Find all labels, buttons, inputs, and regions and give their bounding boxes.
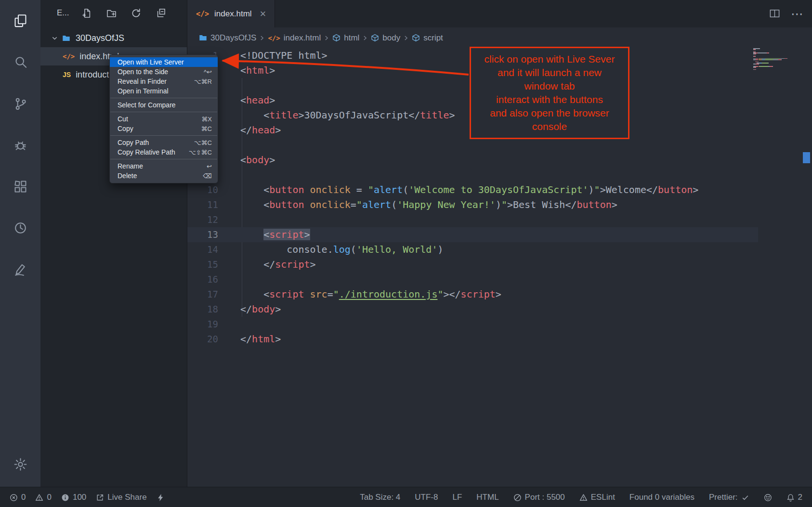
breadcrumb-30daysofjs[interactable]: 30DaysOfJS <box>199 33 256 43</box>
line-number: 14 <box>187 242 218 257</box>
menu-item-cut[interactable]: Cut⌘X <box>110 114 218 124</box>
code-line-16[interactable]: 16 <box>187 272 812 287</box>
menu-item-label: Copy Relative Path <box>118 148 175 156</box>
line-number: 13 <box>187 227 218 242</box>
editor-actions: ⋯ <box>769 0 804 27</box>
code-line-15[interactable]: 15 </script> <box>187 257 812 272</box>
status-port[interactable]: Port : 5500 <box>513 493 565 502</box>
code-line-18[interactable]: 18</body> <box>187 302 812 317</box>
cube-icon <box>332 34 341 42</box>
status-feedback-smiley[interactable] <box>764 494 772 502</box>
breadcrumb-label: body <box>382 33 400 43</box>
menu-item-shortcut: ⌥⌘C <box>194 139 212 146</box>
code-line-9[interactable]: 9 <box>187 168 812 182</box>
status-notifications-bell[interactable]: 2 <box>786 493 802 502</box>
code-line-7[interactable]: 7 <box>187 138 812 153</box>
vscode-window: E... 30DaysOfJS </>index.htmlJSintroduct… <box>0 0 812 507</box>
split-editor-icon[interactable] <box>769 8 780 19</box>
folder-root-30daysofjs[interactable]: 30DaysOfJS <box>40 29 187 47</box>
status-language-mode[interactable]: HTML <box>476 493 498 502</box>
html-file-icon: </> <box>63 52 75 60</box>
extensions-icon <box>13 179 28 194</box>
status-problems-warnings[interactable]: 0 <box>35 493 51 502</box>
menu-item-copy-path[interactable]: Copy Path⌥⌘C <box>110 138 218 147</box>
code-line-17[interactable]: 17 <script src="./introduction.js"></scr… <box>187 287 812 302</box>
status-prettier[interactable]: Prettier: <box>709 493 749 502</box>
breadcrumb-body[interactable]: body <box>371 33 400 43</box>
annotation-box: click on open with Live Severand it will… <box>470 47 629 139</box>
code-line-12[interactable]: 12 <box>187 212 812 227</box>
status-found-variables[interactable]: Found 0 variables <box>629 493 694 502</box>
menu-item-shortcut: ^↩ <box>204 68 212 76</box>
activity-history[interactable] <box>0 207 40 248</box>
overview-ruler-marker <box>803 152 810 163</box>
activity-search[interactable] <box>0 41 40 83</box>
activity-explorer[interactable] <box>0 0 40 41</box>
activity-feedback[interactable] <box>0 248 40 290</box>
menu-item-copy[interactable]: Copy⌘C <box>110 124 218 133</box>
annotation-line: console <box>471 120 628 133</box>
status-label: Found 0 variables <box>629 493 694 502</box>
status-bar: 00100Live Share Tab Size: 4UTF-8LFHTMLPo… <box>0 487 812 507</box>
activity-settings[interactable] <box>0 443 40 485</box>
code-line-19[interactable]: 19 <box>187 317 812 332</box>
breadcrumb-index-html[interactable]: </>index.html <box>268 33 321 43</box>
code-line-13[interactable]: 13 <script> <box>187 227 812 242</box>
code-text: <!DOCTYPE html> <box>240 48 327 63</box>
tab-index-html[interactable]: </> index.html × <box>187 0 275 27</box>
git-branch-icon <box>13 96 28 111</box>
activity-extensions[interactable] <box>0 166 40 207</box>
sidebar-title: E... <box>57 8 69 18</box>
menu-separator <box>110 112 217 112</box>
menu-item-open-in-terminal[interactable]: Open in Terminal <box>110 86 218 96</box>
menu-item-shortcut: ⌘X <box>201 116 212 123</box>
code-text: <html> <box>240 63 275 78</box>
menu-item-delete[interactable]: Delete⌫ <box>110 171 218 181</box>
new-file-icon[interactable] <box>82 8 92 18</box>
breadcrumb-script[interactable]: script <box>412 33 443 43</box>
clock-icon <box>13 221 28 235</box>
live-share-icon <box>96 494 104 502</box>
breadcrumb-label: html <box>344 33 359 43</box>
close-tab-icon[interactable]: × <box>260 9 266 19</box>
activity-source-control[interactable] <box>0 83 40 124</box>
bell-icon <box>786 494 795 502</box>
status-problems-errors[interactable]: 0 <box>10 493 26 502</box>
annotation-line: window tab <box>471 79 628 93</box>
activity-run-debug[interactable] <box>0 124 40 166</box>
sidebar-actions <box>82 8 166 18</box>
status-eol[interactable]: LF <box>452 493 462 502</box>
check-icon <box>741 494 749 502</box>
status-right: Tab Size: 4UTF-8LFHTMLPort : 5500ESLintF… <box>360 493 802 502</box>
status-tab-size[interactable]: Tab Size: 4 <box>360 493 400 502</box>
menu-item-open-with-live-server[interactable]: Open with Live Server <box>110 57 218 67</box>
status-encoding[interactable]: UTF-8 <box>415 493 438 502</box>
breadcrumb-html[interactable]: html <box>332 33 359 43</box>
status-info-count[interactable]: 100 <box>61 493 86 502</box>
menu-item-reveal-in-finder[interactable]: Reveal in Finder⌥⌘R <box>110 77 218 86</box>
code-line-14[interactable]: 14 console.log('Hello, World') <box>187 242 812 257</box>
line-number: 20 <box>187 332 218 347</box>
status-live-share[interactable]: Live Share <box>96 493 146 502</box>
menu-item-shortcut: ⌥⇧⌘C <box>189 149 212 156</box>
status-label: Prettier: <box>709 493 738 502</box>
menu-item-rename[interactable]: Rename↩ <box>110 161 218 171</box>
menu-item-label: Open in Terminal <box>118 87 169 95</box>
new-folder-icon[interactable] <box>106 8 117 18</box>
menu-item-select-for-compare[interactable]: Select for Compare <box>110 100 218 110</box>
status-lightning[interactable] <box>157 494 165 502</box>
code-line-10[interactable]: 10 <button onclick = "alert('Welcome to … <box>187 182 812 197</box>
status-eslint[interactable]: ESLint <box>579 493 615 502</box>
refresh-icon[interactable] <box>131 8 141 18</box>
minimap[interactable] <box>753 48 799 70</box>
code-line-20[interactable]: 20</html> <box>187 332 812 347</box>
code-line-11[interactable]: 11 <button onclick="alert('Happy New Yea… <box>187 197 812 212</box>
status-label: HTML <box>476 493 498 502</box>
pen-icon <box>13 262 28 277</box>
activity-bar <box>0 0 40 487</box>
js-file-icon: JS <box>63 71 71 78</box>
code-line-8[interactable]: 8<body> <box>187 153 812 168</box>
menu-item-open-to-the-side[interactable]: Open to the Side^↩ <box>110 67 218 77</box>
collapse-all-icon[interactable] <box>156 8 166 18</box>
menu-item-copy-relative-path[interactable]: Copy Relative Path⌥⇧⌘C <box>110 147 218 157</box>
